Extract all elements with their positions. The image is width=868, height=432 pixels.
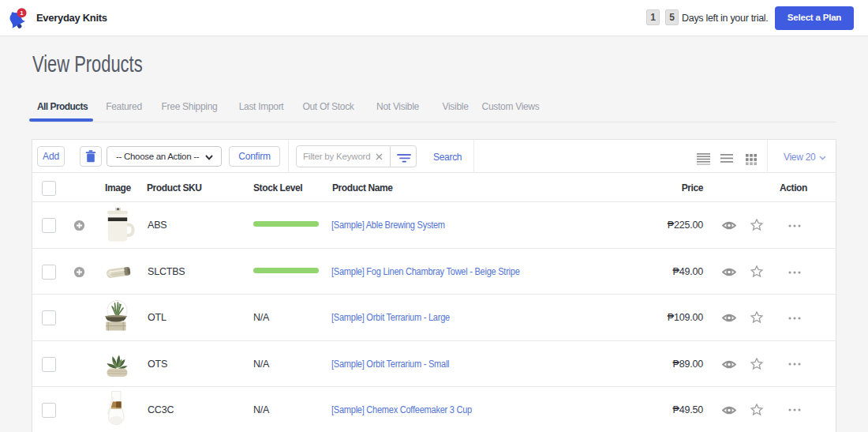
svg-text:1: 1	[20, 9, 24, 17]
